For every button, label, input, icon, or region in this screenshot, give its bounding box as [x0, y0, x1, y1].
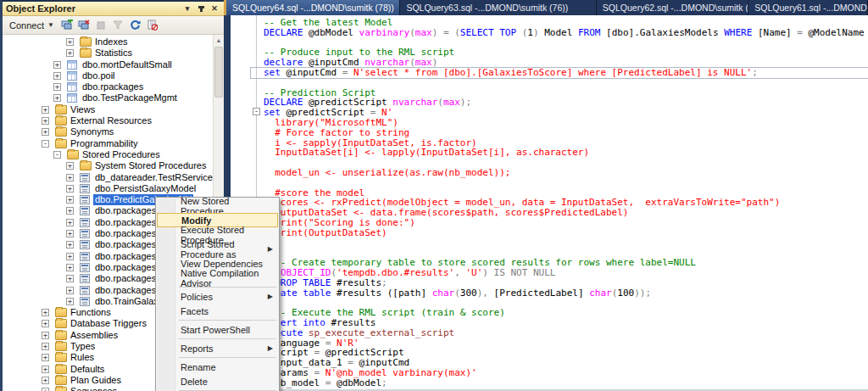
connect-button[interactable]: Connect ▼	[6, 20, 58, 31]
document-tab[interactable]: SQLQuery64.sql -...DMOND\sumitk (78))✕	[226, 0, 400, 15]
expand-toggle-icon[interactable]: +	[42, 354, 49, 361]
menu-item-facets[interactable]: Facets	[157, 304, 278, 318]
chevron-down-icon: ▼	[47, 21, 54, 29]
tree-item-label: Sequences	[69, 386, 119, 391]
tree-item[interactable]: +Synonyms	[3, 126, 213, 137]
tree-item[interactable]: +dbo.mortDefaultSmall	[3, 59, 213, 70]
expand-toggle-icon[interactable]: +	[66, 230, 74, 237]
proc-icon	[80, 263, 90, 272]
error-log-icon[interactable]	[145, 18, 159, 32]
tab-label: SQLQuery61.sql -...DMOND\sumitk (67))	[754, 3, 868, 13]
expand-toggle-icon[interactable]: +	[66, 253, 74, 260]
menu-item-native-compilation-advisor[interactable]: Native Compilation Advisor	[157, 271, 278, 285]
code-token: model_un <- unserialize(as.raw(nb_model)…	[264, 167, 510, 178]
tree-item[interactable]: +Statistics	[3, 47, 213, 59]
folder-icon	[55, 342, 67, 351]
document-tab[interactable]: SQLQuery61.sql -...DMOND\sumitk (67))	[748, 0, 868, 15]
expand-toggle-icon[interactable]: +	[66, 174, 74, 182]
expand-toggle-icon[interactable]: +	[66, 185, 74, 193]
folder-icon	[55, 387, 67, 391]
tree-item-label: dbo.rpackages_	[93, 217, 163, 228]
expand-toggle-icon[interactable]: +	[42, 106, 49, 114]
tree-item[interactable]: +db_datareader.TestRServices	[3, 172, 213, 183]
tree-item[interactable]: -Stored Procedures	[3, 149, 213, 160]
expand-toggle-icon[interactable]: +	[53, 61, 61, 69]
menu-item-script-stored-procedure-as[interactable]: Script Stored Procedure as▶	[157, 242, 278, 256]
menu-item-reports[interactable]: Reports▶	[157, 341, 278, 355]
tree-item-label: dbo.rpackages_	[93, 273, 163, 284]
menu-item-label: Delete	[181, 377, 208, 387]
object-explorer-titlebar[interactable]: Object Explorer ▾ ✕	[3, 2, 224, 16]
code-token: )	[533, 27, 544, 38]
expand-toggle-icon[interactable]: +	[66, 287, 74, 294]
expand-toggle-icon[interactable]: +	[66, 264, 74, 271]
expand-toggle-icon[interactable]: +	[66, 162, 74, 170]
expand-toggle-icon[interactable]: +	[66, 196, 74, 204]
expand-toggle-icon[interactable]: -	[42, 140, 49, 148]
code-area[interactable]: -- Get the latest ModelDECLARE @dbModel …	[231, 15, 868, 389]
expand-toggle-icon[interactable]: +	[42, 320, 49, 327]
menu-item-label: Reports	[181, 344, 214, 354]
tree-item-label: dbo.rpackages_	[93, 239, 163, 250]
expand-toggle-icon[interactable]: +	[53, 83, 61, 91]
tree-item[interactable]: +dbo.TestPackageMgmt	[3, 92, 213, 103]
folder-icon	[55, 116, 67, 126]
expand-toggle-icon[interactable]: +	[42, 117, 49, 125]
expand-toggle-icon[interactable]: -	[53, 151, 61, 159]
expand-toggle-icon[interactable]: +	[42, 128, 49, 136]
expand-toggle-icon[interactable]: +	[53, 72, 61, 80]
context-menu: New Stored Procedure...ModifyExecute Sto…	[155, 197, 280, 391]
tree-item[interactable]: +dbo.poil	[3, 70, 213, 81]
expand-toggle-icon[interactable]: +	[53, 94, 61, 102]
ssms-window: Object Explorer ▾ ✕ Connect ▼	[0, 0, 868, 391]
expand-toggle-icon[interactable]: +	[66, 275, 74, 282]
code-line: set @inputCmd = N'select * from [dbo].[G…	[251, 68, 868, 78]
menu-item-start-powershell[interactable]: Start PowerShell	[157, 322, 278, 337]
expand-toggle-icon[interactable]: +	[42, 309, 49, 316]
tree-item[interactable]: +dbo.rpackages	[3, 81, 213, 92]
tree-item[interactable]: +dbo.PersistGalaxyModel	[3, 183, 213, 194]
expand-toggle-icon[interactable]: +	[42, 332, 49, 339]
document-tab[interactable]: SQLQuery62.sql -...DMOND\sumitk (69))	[597, 0, 749, 15]
tree-item-label: Views	[69, 104, 97, 115]
scroll-up-icon[interactable]: ▲	[214, 35, 224, 46]
expand-toggle-icon[interactable]: +	[66, 241, 74, 249]
tree-item[interactable]: +Views	[3, 104, 213, 115]
expand-toggle-icon[interactable]: +	[66, 49, 74, 57]
expand-toggle-icon[interactable]: +	[42, 388, 49, 391]
document-tab[interactable]: SQLQuery63.sql -...DMOND\sumitk (76))	[400, 0, 596, 15]
document-area: SQLQuery64.sql -...DMOND\sumitk (78))✕SQ…	[224, 0, 868, 391]
menu-item-rename[interactable]: Rename	[157, 360, 278, 374]
menu-item-delete[interactable]: Delete	[157, 374, 278, 388]
tree-item[interactable]: +Indexes	[3, 36, 213, 47]
collapse-toggle-icon[interactable]: -	[253, 108, 260, 115]
expand-toggle-icon[interactable]: +	[66, 207, 74, 215]
code-token: [PredictedLabel]	[494, 288, 590, 299]
code-token: =	[797, 27, 808, 38]
connect-server-icon[interactable]	[60, 18, 75, 32]
scrollbar-thumb[interactable]	[214, 47, 223, 98]
code-token: [dbo].GalaxiesModels	[606, 27, 724, 38]
expand-toggle-icon[interactable]: +	[66, 298, 74, 305]
tree-item-label: dbo.TestPackageMgmt	[81, 92, 179, 103]
tree-item[interactable]: +System Stored Procedures	[3, 160, 213, 171]
code-token: 1	[527, 27, 533, 38]
code-token: @inputCmd	[287, 67, 342, 78]
tree-item[interactable]: +External Resources	[3, 115, 213, 126]
tree-item-label: Statistics	[93, 47, 134, 59]
refresh-icon[interactable]	[128, 18, 142, 32]
expand-toggle-icon[interactable]: +	[42, 343, 49, 350]
expand-toggle-icon[interactable]: +	[42, 366, 49, 373]
document-tabstrip: SQLQuery64.sql -...DMOND\sumitk (78))✕SQ…	[224, 0, 868, 15]
pin-icon[interactable]	[195, 3, 207, 14]
tree-item[interactable]: -Programmability	[3, 138, 213, 149]
expand-toggle-icon[interactable]: +	[66, 38, 74, 46]
close-icon[interactable]: ✕	[209, 3, 220, 14]
window-position-icon[interactable]: ▾	[181, 3, 193, 14]
menu-item-policies[interactable]: Policies▶	[157, 289, 278, 304]
expand-toggle-icon[interactable]: +	[42, 377, 49, 384]
expand-toggle-icon[interactable]: +	[66, 219, 74, 226]
disconnect-server-icon[interactable]	[77, 18, 92, 32]
menu-item-new-stored-procedure[interactable]: New Stored Procedure...	[157, 198, 278, 213]
folder-icon	[55, 376, 67, 385]
